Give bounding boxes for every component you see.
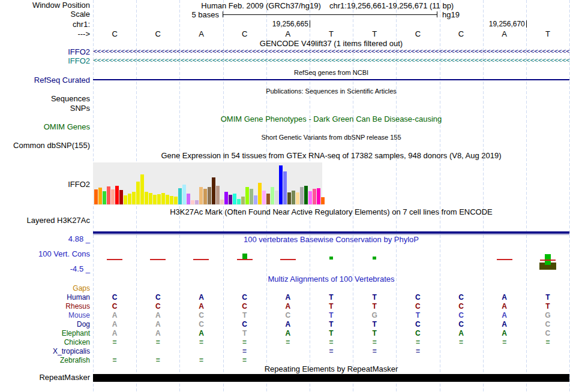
gtex-bar[interactable] [103, 191, 106, 204]
species-label-mouse[interactable]: Mouse [0, 311, 90, 319]
gtex-bar[interactable] [287, 192, 291, 204]
gtex-bar[interactable] [140, 174, 144, 204]
scale-label: Scale [0, 10, 90, 19]
alignment-base: A [155, 311, 161, 319]
gtex-bar[interactable] [262, 191, 266, 204]
alignment-base: T [329, 311, 333, 319]
species-label-chicken[interactable]: Chicken [0, 338, 90, 346]
gtex-bar[interactable] [266, 194, 270, 204]
gtex-bar[interactable] [149, 193, 152, 204]
gtex-bar[interactable] [245, 187, 249, 204]
window-position-label: Window Position [0, 1, 90, 10]
gtex-bar[interactable] [229, 195, 232, 204]
gencode-items[interactable]: IFFO2<<<<<<<<<<<<<<<<<<<<<<<<<<<<<<<<<<<… [0, 48, 570, 66]
repeatmasker-bar[interactable] [93, 374, 569, 382]
alignment-base: G [372, 311, 377, 319]
gtex-bar[interactable] [203, 189, 207, 204]
species-label-x_tropicalis[interactable]: X_tropicalis [0, 347, 90, 355]
gtex-chart[interactable] [93, 162, 322, 205]
gtex-bar[interactable] [166, 195, 169, 204]
dbsnp-label[interactable]: Common dbSNP(155) [0, 141, 90, 150]
gtex-bar[interactable] [283, 171, 287, 204]
snps-label[interactable]: SNPs [0, 104, 90, 113]
species-label-gaps[interactable]: Gaps [0, 284, 90, 293]
sequences-label[interactable]: Sequences [0, 95, 90, 103]
gtex-bar[interactable] [300, 187, 304, 204]
gtex-bar[interactable] [174, 197, 178, 204]
gtex-bar[interactable] [250, 189, 253, 204]
gtex-bar[interactable] [224, 192, 228, 204]
gtex-bar[interactable] [136, 182, 140, 204]
alignment-base: C [112, 293, 118, 301]
h3k27ac-label[interactable]: Layered H3K27Ac [0, 216, 90, 225]
gtex-bar[interactable] [132, 192, 136, 204]
gtex-bar[interactable] [119, 190, 123, 204]
species-label-rhesus[interactable]: Rhesus [0, 302, 90, 310]
gtex-bar[interactable] [182, 185, 186, 204]
gtex-bar[interactable] [94, 189, 98, 204]
gtex-gene-label[interactable]: IFFO2 [0, 180, 90, 189]
gtex-bar[interactable] [212, 177, 215, 204]
gtex-bar[interactable] [157, 194, 161, 204]
refseq-label[interactable]: RefSeq Curated [0, 76, 90, 85]
gtex-bar[interactable] [233, 194, 236, 204]
gtex-bar[interactable] [115, 186, 119, 204]
gtex-bar[interactable] [145, 192, 148, 204]
coord-label: 19,256,670 [489, 20, 525, 28]
conservation-label[interactable]: 100 Vert. Cons [0, 250, 90, 258]
transcript-arrows[interactable]: <<<<<<<<<<<<<<<<<<<<<<<<<<<<<<<<<<<<<<<<… [93, 57, 569, 65]
repeatmasker-label[interactable]: RepeatMasker [0, 373, 90, 382]
gtex-bar[interactable] [313, 189, 316, 204]
gencode-item-label[interactable]: IFFO2 [0, 48, 90, 56]
gtex-bar[interactable] [178, 188, 182, 204]
multiz-grid[interactable]: GapsHumanCCACATTCCATRhesusCCACATTCCATMou… [0, 284, 570, 367]
h3k27ac-signal[interactable] [93, 231, 569, 234]
gtex-bar[interactable] [296, 192, 299, 204]
omim-label[interactable]: OMIM Genes [0, 123, 90, 131]
gtex-bar[interactable] [321, 197, 325, 204]
gtex-bar[interactable] [107, 186, 110, 204]
gtex-bar[interactable] [111, 189, 115, 204]
gtex-bar[interactable] [128, 194, 131, 204]
gtex-bar[interactable] [237, 199, 241, 204]
alignment-base: C [242, 293, 247, 301]
multiz-title: Multiz Alignments of 100 Vertebrates [93, 275, 569, 284]
gtex-bar[interactable] [124, 195, 127, 204]
alignment-base: A [199, 293, 204, 301]
gtex-bar[interactable] [271, 187, 274, 204]
gtex-bar[interactable] [275, 191, 278, 204]
gtex-bar[interactable] [308, 191, 312, 204]
gtex-bar[interactable] [195, 200, 199, 204]
gtex-bar[interactable] [292, 191, 295, 204]
species-label-zebrafish[interactable]: Zebrafish [0, 356, 90, 364]
gtex-bar[interactable] [279, 165, 283, 204]
gtex-bar[interactable] [98, 188, 102, 204]
gtex-bar[interactable] [216, 186, 220, 204]
conservation-graph[interactable] [93, 251, 569, 273]
gtex-bar[interactable] [304, 186, 308, 204]
gtex-bar[interactable] [208, 187, 211, 204]
alignment-base: = [199, 356, 203, 364]
species-label-elephant[interactable]: Elephant [0, 329, 90, 337]
alignment-base: = [329, 338, 333, 346]
gtex-bar[interactable] [161, 193, 165, 204]
gtex-bar[interactable] [241, 197, 245, 204]
gtex-bar[interactable] [220, 200, 224, 204]
gtex-bar[interactable] [191, 200, 194, 204]
gtex-bar[interactable] [258, 183, 262, 204]
gencode-item-label[interactable]: IFFO2 [0, 57, 90, 65]
alignment-base: C [415, 302, 421, 310]
gtex-bar[interactable] [317, 188, 320, 204]
gtex-bar[interactable] [199, 187, 203, 204]
gtex-bar[interactable] [170, 196, 173, 204]
alignment-base: A [155, 320, 161, 328]
species-label-dog[interactable]: Dog [0, 320, 90, 328]
ruler-base: T [329, 29, 334, 38]
species-label-human[interactable]: Human [0, 293, 90, 301]
gtex-bar[interactable] [153, 195, 157, 204]
transcript-arrows[interactable]: <<<<<<<<<<<<<<<<<<<<<<<<<<<<<<<<<<<<<<<<… [93, 48, 569, 56]
genome-browser-image[interactable]: Window Position Human Feb. 2009 (GRCh37/… [0, 0, 570, 392]
gtex-bar[interactable] [254, 195, 257, 204]
gtex-bar[interactable] [187, 194, 190, 204]
refseq-track-line[interactable] [93, 79, 569, 80]
